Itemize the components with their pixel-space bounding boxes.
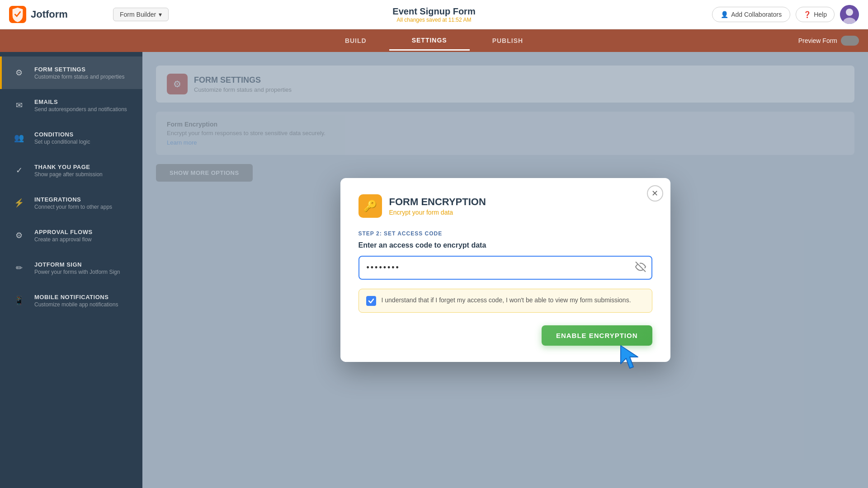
sidebar-item-mobile-notifications[interactable]: 📱 MOBILE NOTIFICATIONS Customize mobile … (0, 284, 142, 317)
form-name: Event Signup Form (392, 6, 475, 17)
modal-overlay: ✕ 🔑 FORM ENCRYPTION Encrypt your form da… (142, 52, 868, 488)
integrations-icon: ⚡ (11, 195, 27, 211)
help-icon: ❓ (803, 11, 811, 18)
mobile-icon: 📱 (11, 292, 27, 309)
sidebar-item-sub-emails: Send autoresponders and notifications (34, 106, 127, 113)
modal-encryption-icon: 🔑 (359, 194, 382, 218)
enter-code-label: Enter an access code to encrypt data (359, 241, 652, 249)
check-circle-icon: ✓ (11, 162, 27, 178)
center-title: Event Signup Form All changes saved at 1… (392, 6, 475, 23)
tab-publish[interactable]: PUBLISH (470, 32, 546, 50)
topbar: Jotform Form Builder ▾ Event Signup Form… (0, 0, 868, 29)
modal-dialog: ✕ 🔑 FORM ENCRYPTION Encrypt your form da… (340, 178, 670, 362)
sidebar-item-title-sign: JOTFORM SIGN (34, 261, 120, 268)
form-builder-button[interactable]: Form Builder ▾ (113, 8, 169, 21)
sidebar-item-conditions[interactable]: 👥 CONDITIONS Set up conditional logic (0, 122, 142, 154)
sidebar: ⚙ FORM SETTINGS Customize form status an… (0, 52, 142, 488)
main-layout: ⚙ FORM SETTINGS Customize form status an… (0, 52, 868, 488)
email-icon: ✉ (11, 97, 27, 113)
modal-footer: ENABLE ENCRYPTION (359, 325, 652, 346)
sidebar-item-title-conditions: CONDITIONS (34, 131, 90, 138)
conditions-icon: 👥 (11, 130, 27, 146)
svg-marker-5 (621, 346, 638, 368)
sidebar-item-approval-flows[interactable]: ⚙ APPROVAL FLOWS Create an approval flow (0, 219, 142, 252)
add-collaborators-button[interactable]: 👤 Add Collaborators (712, 7, 790, 22)
modal-close-button[interactable]: ✕ (647, 185, 663, 202)
enable-button-container: ENABLE ENCRYPTION (542, 325, 652, 346)
form-builder-label: Form Builder (120, 11, 156, 18)
approval-icon: ⚙ (11, 227, 27, 244)
sidebar-item-title-integrations: INTEGRATIONS (34, 196, 112, 203)
tab-settings[interactable]: SETTINGS (389, 31, 470, 51)
sidebar-item-sub-form-settings: Customize form status and properties (34, 74, 124, 80)
sidebar-item-jotform-sign[interactable]: ✏ JOTFORM SIGN Power your forms with Jot… (0, 252, 142, 284)
svg-point-2 (846, 9, 853, 16)
modal-header: 🔑 FORM ENCRYPTION Encrypt your form data (359, 194, 652, 218)
nav-tabs: BUILD SETTINGS PUBLISH Preview Form (0, 29, 868, 52)
sidebar-item-sub-mobile: Customize mobile app notifications (34, 301, 118, 308)
toggle-password-icon[interactable] (635, 261, 646, 274)
logo-text: Jotform (31, 9, 68, 20)
chevron-down-icon: ▾ (159, 11, 162, 18)
modal-title: FORM ENCRYPTION (389, 196, 486, 208)
cursor-arrow-icon (616, 343, 643, 371)
sidebar-item-title-thank-you: THANK YOU PAGE (34, 164, 103, 170)
warning-box: I understand that if I forget my access … (359, 289, 652, 313)
sidebar-item-title-approval: APPROVAL FLOWS (34, 229, 93, 235)
sidebar-item-sub-conditions: Set up conditional logic (34, 139, 90, 145)
preview-form-label: Preview Form (798, 37, 837, 44)
logo-area: Jotform (9, 6, 108, 23)
person-icon: 👤 (721, 11, 728, 18)
sidebar-item-sub-integrations: Connect your form to other apps (34, 204, 112, 210)
help-label: Help (814, 11, 827, 18)
sidebar-item-integrations[interactable]: ⚡ INTEGRATIONS Connect your form to othe… (0, 187, 142, 219)
sidebar-item-form-settings[interactable]: ⚙ FORM SETTINGS Customize form status an… (0, 56, 142, 89)
sidebar-item-title-mobile: MOBILE NOTIFICATIONS (34, 294, 118, 300)
sidebar-item-sub-thank-you: Show page after submission (34, 171, 103, 178)
warning-text: I understand that if I forget my access … (382, 296, 631, 305)
gear-icon: ⚙ (11, 65, 27, 81)
preview-toggle-area: Preview Form (798, 36, 859, 46)
step-label: STEP 2: SET ACCESS CODE (359, 230, 652, 237)
preview-toggle-switch[interactable] (841, 36, 859, 46)
save-status: All changes saved at 11:52 AM (392, 17, 475, 23)
tab-build[interactable]: BUILD (322, 32, 389, 50)
sidebar-item-thank-you[interactable]: ✓ THANK YOU PAGE Show page after submiss… (0, 154, 142, 187)
sidebar-item-sub-approval: Create an approval flow (34, 236, 93, 243)
access-code-input[interactable] (359, 256, 652, 280)
add-collaborators-label: Add Collaborators (731, 11, 782, 18)
avatar[interactable] (840, 5, 859, 24)
enable-encryption-button[interactable]: ENABLE ENCRYPTION (542, 325, 652, 346)
sidebar-item-title-form-settings: FORM SETTINGS (34, 66, 124, 73)
password-field-wrapper (359, 256, 652, 280)
sidebar-item-sub-sign: Power your forms with Jotform Sign (34, 269, 120, 275)
modal-subtitle: Encrypt your form data (389, 209, 486, 216)
sidebar-item-title-emails: EMAILS (34, 99, 127, 105)
sign-icon: ✏ (11, 260, 27, 276)
topbar-right: 👤 Add Collaborators ❓ Help (712, 5, 859, 24)
understanding-checkbox[interactable] (366, 296, 376, 306)
help-button[interactable]: ❓ Help (796, 7, 835, 22)
sidebar-item-emails[interactable]: ✉ EMAILS Send autoresponders and notific… (0, 89, 142, 122)
content-area: ⚙ FORM SETTINGS Customize form status an… (142, 52, 868, 488)
jotform-logo-icon (9, 6, 26, 23)
